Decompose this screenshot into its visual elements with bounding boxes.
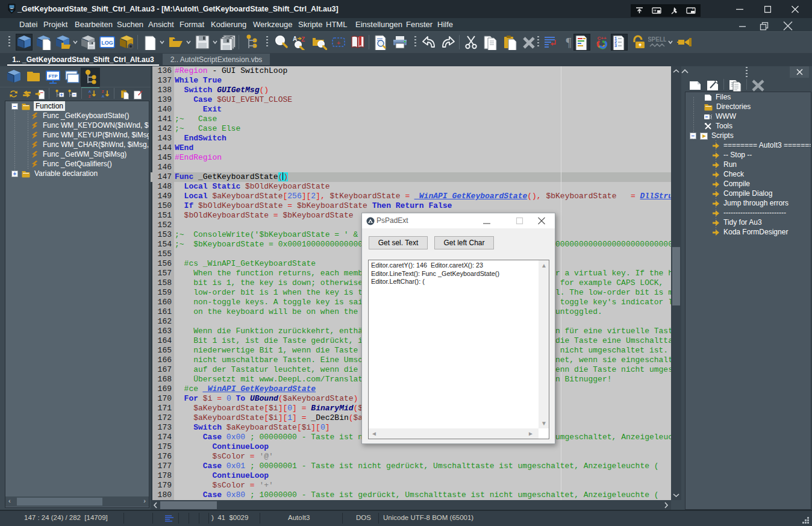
svg-text:Z: Z	[102, 89, 104, 93]
svg-text:3: 3	[614, 43, 617, 48]
svg-text:FTP: FTP	[48, 74, 58, 79]
svg-text:LOG: LOG	[101, 40, 113, 46]
svg-text:Z: Z	[89, 93, 91, 98]
svg-text:¶: ¶	[566, 36, 571, 49]
svg-text:A: A	[293, 36, 297, 42]
svg-text:*: *	[692, 8, 693, 11]
svg-text:SPELL: SPELL	[648, 36, 666, 43]
svg-text:A: A	[102, 93, 105, 98]
svg-text:C++: C++	[597, 36, 606, 41]
svg-text:+: +	[337, 39, 340, 46]
svg-text:A: A	[89, 89, 92, 93]
svg-text:Z: Z	[301, 36, 305, 43]
